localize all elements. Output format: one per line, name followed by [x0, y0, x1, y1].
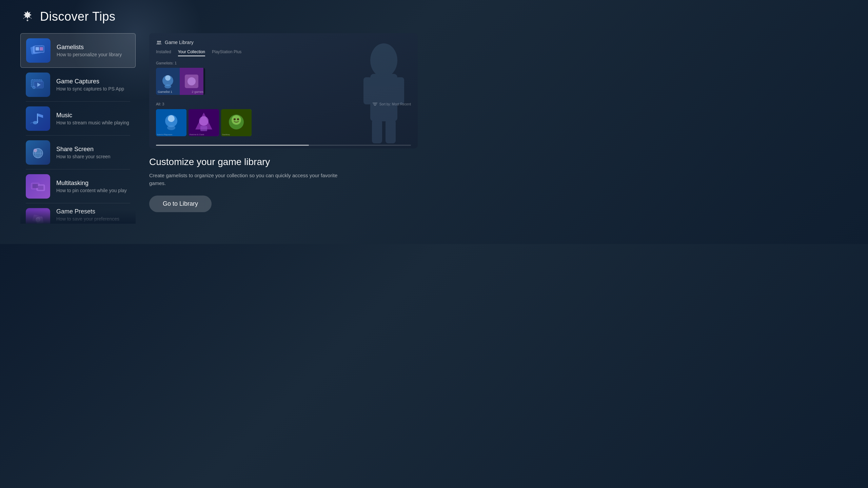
gl-people-icon [156, 39, 162, 45]
gl-scrollbar-thumb [156, 145, 309, 146]
tip-item-gamelists[interactable]: Gamelists How to personalize your librar… [20, 33, 136, 68]
svg-marker-15 [38, 114, 43, 118]
gl-tab-collection[interactable]: Your Collection [178, 49, 205, 56]
multitasking-title: Multitasking [56, 180, 130, 187]
description-section: Customize your game library Create gamel… [149, 157, 418, 235]
share-screen-icon [26, 140, 50, 165]
tip-item-game-captures[interactable]: Game Captures How to sync captures to PS… [20, 68, 136, 102]
gl-game-astro: Astro's Playroom [156, 109, 186, 136]
svg-rect-55 [372, 120, 382, 143]
gl-gamelist-card[interactable]: Gamelist 1 2 games [156, 68, 205, 95]
tip-item-multitasking[interactable]: Multitasking How to pin content while yo… [20, 169, 136, 203]
svg-rect-56 [386, 120, 396, 143]
music-title: Music [56, 112, 130, 119]
gl-gamelist-count: 2 games [192, 90, 203, 94]
share-screen-title: Share Screen [56, 146, 130, 153]
gamelists-subtitle: How to personalize your library [57, 52, 130, 57]
share-screen-text: Share Screen How to share your screen [56, 146, 130, 159]
svg-point-35 [188, 77, 196, 85]
svg-point-42 [167, 125, 175, 130]
game-captures-icon [26, 73, 50, 97]
svg-point-28 [159, 41, 161, 43]
tip-item-share-screen[interactable]: Share Screen How to share your screen [20, 136, 136, 169]
gl-game-sackboy: Sackboy [221, 109, 252, 136]
share-screen-subtitle: How to share your screen [56, 154, 130, 159]
music-text: Music How to stream music while playing [56, 112, 130, 125]
main-content: Gamelists How to personalize your librar… [20, 33, 418, 235]
gamelists-text: Gamelists How to personalize your librar… [57, 44, 130, 57]
gl-astro-label: Astro's Playroom [157, 134, 172, 136]
svg-point-26 [36, 218, 40, 222]
right-panel: Game Library Installed Your Collection P… [149, 33, 418, 235]
svg-rect-14 [37, 114, 38, 123]
page-header: Discover Tips [20, 9, 418, 24]
gl-ratchet-label: Ratchet & Clank [190, 134, 204, 136]
music-icon [26, 106, 50, 131]
svg-rect-53 [363, 77, 372, 104]
gl-gamelist-name: Gamelist 1 [158, 90, 172, 94]
tip-item-game-presets[interactable]: Game Presets How to save your preference… [20, 203, 136, 224]
multitasking-subtitle: How to pin content while you play [56, 188, 130, 193]
svg-rect-45 [200, 126, 207, 131]
svg-rect-7 [36, 47, 39, 50]
page-title: Discover Tips [40, 9, 116, 24]
game-presets-text: Game Presets How to save your preference… [56, 208, 130, 222]
svg-rect-52 [370, 74, 397, 121]
music-subtitle: How to stream music while playing [56, 120, 130, 125]
tips-list: Gamelists How to personalize your librar… [20, 33, 136, 235]
desc-title: Customize your game library [149, 157, 418, 167]
svg-point-51 [370, 43, 397, 77]
svg-rect-22 [33, 184, 38, 188]
preview-image: Game Library Installed Your Collection P… [149, 33, 418, 148]
svg-point-2 [31, 18, 32, 19]
gl-game-ratchet: Ratchet & Clank [189, 109, 219, 136]
gamelists-title: Gamelists [57, 44, 130, 51]
svg-point-32 [164, 84, 171, 88]
game-captures-title: Game Captures [56, 78, 130, 85]
svg-point-0 [27, 20, 28, 21]
game-captures-text: Game Captures How to sync captures to PS… [56, 78, 130, 92]
gl-sackboy-label: Sackboy [222, 134, 230, 136]
svg-rect-25 [36, 216, 43, 224]
svg-point-12 [33, 86, 35, 89]
go-to-library-button[interactable]: Go to Library [149, 196, 212, 212]
svg-point-41 [168, 115, 175, 122]
game-presets-title: Game Presets [56, 208, 130, 215]
svg-rect-8 [40, 47, 43, 50]
gl-bg-figure [353, 33, 414, 148]
svg-rect-54 [396, 77, 404, 104]
svg-point-44 [199, 116, 209, 126]
gl-tab-installed[interactable]: Installed [156, 49, 171, 56]
gl-tab-psplus[interactable]: PlayStation Plus [212, 49, 241, 56]
desc-text: Create gamelists to organize your collec… [149, 171, 353, 187]
multitasking-text: Multitasking How to pin content while yo… [56, 180, 130, 193]
svg-rect-23 [38, 186, 43, 190]
svg-rect-24 [32, 215, 40, 223]
gl-all-label: All: 3 [156, 102, 164, 106]
game-presets-icon [26, 208, 50, 224]
game-presets-subtitle: How to save your preferences [56, 216, 130, 222]
svg-point-50 [237, 118, 239, 120]
svg-point-49 [234, 118, 236, 120]
multitasking-icon [26, 174, 50, 199]
svg-point-48 [232, 115, 241, 125]
gamelists-icon [26, 38, 51, 63]
game-captures-subtitle: How to sync captures to PS App [56, 86, 130, 92]
svg-point-31 [165, 75, 171, 81]
svg-point-27 [157, 41, 159, 43]
svg-point-1 [23, 18, 24, 19]
game-library-ui: Game Library Installed Your Collection P… [149, 33, 418, 148]
tip-item-music[interactable]: Music How to stream music while playing [20, 102, 136, 136]
discover-tips-icon [20, 9, 35, 24]
gl-title: Game Library [165, 40, 194, 45]
svg-point-19 [34, 149, 37, 152]
